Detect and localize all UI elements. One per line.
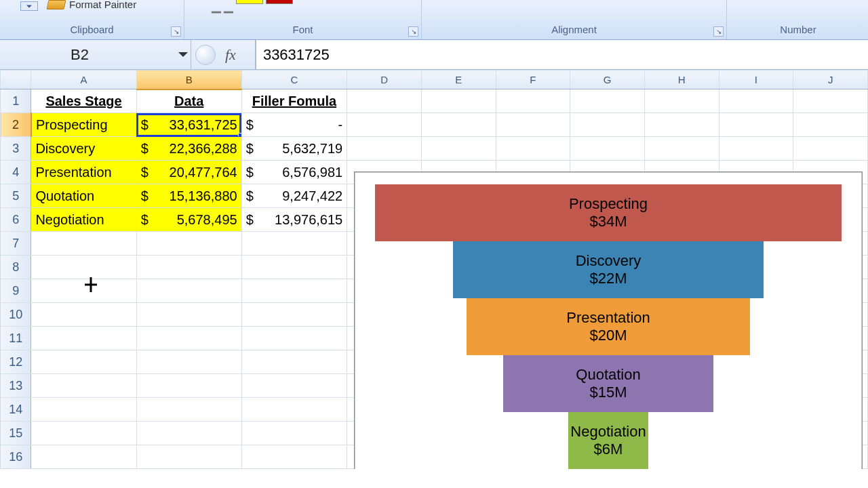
cell[interactable] xyxy=(793,137,868,161)
funnel-bar[interactable]: Discovery$22M xyxy=(453,241,764,298)
name-box-dropdown-icon[interactable] xyxy=(178,52,188,62)
row-header[interactable]: 15 xyxy=(1,422,31,445)
cell[interactable] xyxy=(31,303,136,327)
column-header-g[interactable]: G xyxy=(570,70,645,89)
column-header-b[interactable]: B xyxy=(136,70,241,89)
row-header[interactable]: 9 xyxy=(1,279,31,303)
cell[interactable] xyxy=(31,232,136,256)
cell-filler[interactable]: $5,632,719 xyxy=(241,137,347,161)
row-header[interactable]: 4 xyxy=(1,161,31,184)
cell[interactable] xyxy=(136,256,241,279)
cell-data[interactable]: $20,477,764 xyxy=(136,161,241,184)
row-header[interactable]: 10 xyxy=(1,303,31,327)
row-header[interactable]: 16 xyxy=(1,445,31,469)
column-header-c[interactable]: C xyxy=(241,70,347,89)
cell-data[interactable]: $33,631,725 xyxy=(136,113,241,137)
cell[interactable] xyxy=(136,303,241,327)
cell[interactable] xyxy=(136,374,241,398)
cell[interactable] xyxy=(570,89,645,113)
cell[interactable] xyxy=(136,350,241,374)
cell-data[interactable]: $15,136,880 xyxy=(136,184,241,208)
cell[interactable] xyxy=(496,89,570,113)
alignment-launcher[interactable]: ↘ xyxy=(713,26,724,37)
cell[interactable] xyxy=(241,232,347,256)
cell[interactable]: Prospecting xyxy=(31,113,136,137)
cell[interactable]: Negotiation xyxy=(31,208,136,232)
cell[interactable]: Quotation xyxy=(31,184,136,208)
cell[interactable] xyxy=(421,89,496,113)
row-header[interactable]: 8 xyxy=(1,256,31,279)
cell-filler[interactable]: $- xyxy=(241,113,347,137)
cell[interactable] xyxy=(31,279,136,303)
cell[interactable] xyxy=(31,256,136,279)
cell[interactable] xyxy=(136,445,241,469)
cell[interactable] xyxy=(241,350,347,374)
funnel-bar[interactable]: Negotiation$6M xyxy=(568,412,648,469)
cell[interactable] xyxy=(719,137,793,161)
row-header[interactable]: 13 xyxy=(1,374,31,398)
row-header[interactable]: 1 xyxy=(1,89,31,113)
cancel-icon[interactable] xyxy=(195,45,216,65)
row-header[interactable]: 2 xyxy=(1,113,31,137)
cell[interactable] xyxy=(496,137,570,161)
cell[interactable] xyxy=(31,445,136,469)
cell[interactable] xyxy=(719,89,793,113)
cell[interactable]: Discovery xyxy=(31,137,136,161)
cell[interactable] xyxy=(136,422,241,445)
row-header[interactable]: 14 xyxy=(1,398,31,422)
cell[interactable] xyxy=(719,113,793,137)
cell[interactable]: Data xyxy=(136,89,241,113)
cell-filler[interactable]: $9,247,422 xyxy=(241,184,347,208)
cell[interactable] xyxy=(31,327,136,350)
border-icon[interactable]: ▁ xyxy=(212,0,221,14)
cell[interactable] xyxy=(570,137,645,161)
column-header-h[interactable]: H xyxy=(644,70,719,89)
cell[interactable] xyxy=(421,137,496,161)
row-header[interactable]: 12 xyxy=(1,350,31,374)
cell[interactable] xyxy=(570,113,645,137)
cell[interactable] xyxy=(241,398,347,422)
fill-color-swatch[interactable] xyxy=(236,0,263,4)
row-header[interactable]: 5 xyxy=(1,184,31,208)
funnel-bar[interactable]: Presentation$20M xyxy=(467,298,750,355)
name-box[interactable]: B2 xyxy=(0,40,191,69)
border-icon[interactable]: ▁ xyxy=(224,0,233,14)
cell[interactable] xyxy=(31,398,136,422)
row-header[interactable]: 6 xyxy=(1,208,31,232)
funnel-chart[interactable]: Prospecting$34MDiscovery$22MPresentation… xyxy=(354,171,863,469)
funnel-bar[interactable]: Prospecting$34M xyxy=(375,184,842,241)
cell[interactable] xyxy=(136,327,241,350)
cell-data[interactable]: $22,366,288 xyxy=(136,137,241,161)
paste-dropdown[interactable] xyxy=(20,1,38,11)
column-header-f[interactable]: F xyxy=(496,70,570,89)
cell-filler[interactable]: $13,976,615 xyxy=(241,208,347,232)
cell[interactable] xyxy=(644,89,719,113)
cell-filler[interactable]: $6,576,981 xyxy=(241,161,347,184)
worksheet[interactable]: ABCDEFGHIJ 1Sales StageDataFiller Fomula… xyxy=(0,70,868,469)
cell[interactable] xyxy=(793,89,868,113)
column-header-d[interactable]: D xyxy=(347,70,422,89)
cell[interactable] xyxy=(31,350,136,374)
cell[interactable]: Presentation xyxy=(31,161,136,184)
cell[interactable] xyxy=(136,279,241,303)
row-header[interactable]: 3 xyxy=(1,137,31,161)
cell-data[interactable]: $5,678,495 xyxy=(136,208,241,232)
select-all-corner[interactable] xyxy=(1,70,31,89)
cell[interactable]: Sales Stage xyxy=(31,89,136,113)
cell[interactable] xyxy=(644,137,719,161)
row-header[interactable]: 7 xyxy=(1,232,31,256)
cell[interactable]: Filler Fomula xyxy=(241,89,347,113)
font-launcher[interactable]: ↘ xyxy=(408,26,418,37)
cell[interactable] xyxy=(644,113,719,137)
cell[interactable] xyxy=(241,279,347,303)
row-header[interactable]: 11 xyxy=(1,327,31,350)
formula-input[interactable]: 33631725 xyxy=(256,40,868,69)
funnel-bar[interactable]: Quotation$15M xyxy=(503,355,713,412)
cell[interactable] xyxy=(347,89,422,113)
cell[interactable] xyxy=(241,445,347,469)
cell[interactable] xyxy=(241,374,347,398)
cell[interactable] xyxy=(136,232,241,256)
cell[interactable] xyxy=(241,303,347,327)
cell[interactable] xyxy=(241,256,347,279)
cell[interactable] xyxy=(31,422,136,445)
